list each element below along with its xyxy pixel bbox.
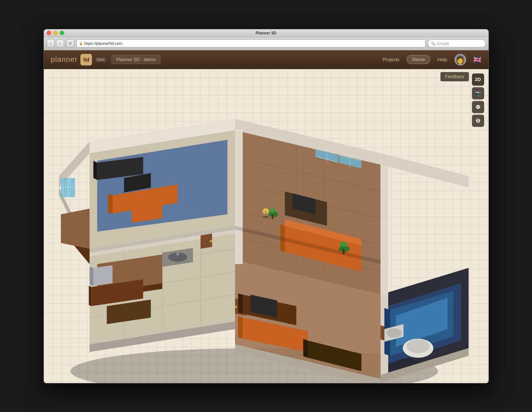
svg-rect-36 (61, 178, 68, 197)
svg-point-97 (406, 339, 429, 353)
header-nav: Projects Demo Help 👩 🇬🇧 (382, 54, 481, 65)
zoom-out-icon: ⊖ (476, 117, 480, 124)
zoom-in-button[interactable]: ⊕ (472, 101, 484, 113)
language-flag[interactable]: 🇬🇧 (473, 56, 481, 64)
window-controls (47, 31, 64, 35)
svg-marker-35 (380, 153, 468, 187)
svg-rect-41 (68, 187, 75, 187)
project-name[interactable]: Planner 5D - demo (112, 55, 160, 64)
svg-marker-84 (89, 286, 91, 306)
titlebar: Planner 5D (44, 29, 489, 37)
address-bar[interactable]: 🔒 https://planner5d.com (76, 39, 426, 47)
svg-marker-58 (108, 194, 113, 213)
floorplan-3d (47, 80, 469, 383)
svg-marker-87 (238, 293, 243, 314)
svg-marker-78 (93, 265, 112, 286)
canvas-area[interactable]: Feedback 2D 📷 ⊕ ⊖ (44, 69, 489, 383)
help-nav-link[interactable]: Help (437, 57, 447, 62)
svg-marker-29 (380, 164, 388, 299)
svg-marker-75 (61, 208, 89, 249)
browser-toolbar: ‹ › ↺ 🔒 https://planner5d.com 🔍 Google (44, 37, 489, 50)
right-controls: 2D 📷 ⊕ ⊖ (472, 73, 484, 127)
svg-rect-38 (61, 187, 68, 187)
camera-icon: 📷 (475, 90, 481, 96)
logo-icon: 5d (80, 54, 92, 65)
zoom-out-button[interactable]: ⊖ (472, 115, 484, 127)
svg-rect-39 (68, 178, 75, 197)
search-icon: 🔍 (431, 42, 435, 46)
svg-point-72 (339, 242, 347, 246)
back-button[interactable]: ‹ (47, 39, 55, 47)
maximize-button[interactable] (60, 31, 64, 35)
zoom-in-icon: ⊕ (476, 103, 480, 110)
screenshot-button[interactable]: 📷 (472, 87, 484, 99)
svg-rect-62 (272, 214, 273, 219)
svg-point-70 (263, 216, 269, 218)
svg-marker-55 (93, 161, 97, 180)
app-header: planner 5d beta Planner 5D - demo Projec… (44, 50, 489, 69)
svg-point-99 (386, 328, 401, 337)
close-button[interactable] (47, 31, 51, 35)
user-avatar[interactable]: 👩 (454, 54, 466, 65)
beta-badge: beta (96, 58, 106, 62)
svg-marker-92 (303, 339, 308, 358)
demo-nav-button[interactable]: Demo (407, 55, 430, 64)
svg-marker-79 (89, 267, 93, 286)
logo-text: planner (51, 55, 78, 64)
svg-rect-40 (70, 178, 70, 197)
browser-window: Planner 5D ‹ › ↺ 🔒 https://planner5d.com… (43, 29, 489, 383)
svg-point-49 (210, 240, 212, 242)
nav-buttons: ‹ › (47, 39, 64, 47)
main-content: Feedback 2D 📷 ⊕ ⊖ (44, 69, 489, 383)
logo-area: planner 5d beta (51, 54, 106, 65)
svg-point-82 (176, 252, 179, 255)
view-2d-button[interactable]: 2D (472, 73, 484, 86)
search-bar[interactable]: 🔍 Google (428, 39, 486, 47)
url-text: https://planner5d.com (84, 41, 423, 46)
window-title: Planner 5D (256, 31, 276, 35)
forward-button[interactable]: › (56, 39, 64, 47)
svg-marker-26 (235, 130, 243, 264)
svg-rect-37 (63, 178, 63, 197)
reload-button[interactable]: ↺ (66, 39, 74, 47)
ssl-lock-icon: 🔒 (79, 42, 83, 45)
minimize-button[interactable] (53, 31, 58, 35)
projects-nav-link[interactable]: Projects (382, 57, 399, 62)
search-placeholder: Google (437, 41, 449, 46)
svg-point-61 (269, 208, 276, 212)
svg-marker-90 (238, 316, 243, 338)
svg-point-51 (235, 306, 237, 308)
